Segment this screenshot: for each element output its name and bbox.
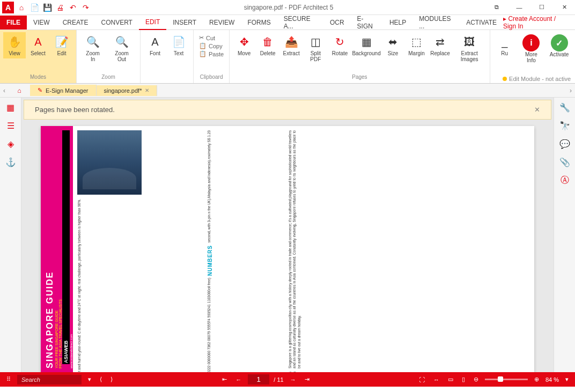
extract-button[interactable]: 📤Extract [280, 32, 303, 58]
select-button[interactable]: ASelect [27, 32, 49, 58]
app-icon[interactable]: A [2, 2, 14, 13]
notice-close-icon[interactable]: ✕ [534, 106, 540, 114]
more-info-button[interactable]: iMore Info [517, 32, 545, 65]
prev-page-icon[interactable]: ← [233, 376, 244, 383]
ru-button[interactable]: _Ru [493, 32, 516, 58]
rotate-button[interactable]: ↻Rotate [329, 32, 351, 58]
next-page-icon[interactable]: → [288, 376, 298, 383]
zoom-in-icon[interactable]: ⊕ [532, 376, 541, 383]
menu-forms[interactable]: FORMS [241, 16, 277, 29]
home-tab-icon[interactable]: ⌂ [17, 87, 21, 94]
zoom-dropdown-icon[interactable]: ▾ [563, 376, 571, 383]
search-dropdown-icon[interactable]: ▾ [86, 376, 93, 383]
undo-icon[interactable]: ↶ [68, 2, 78, 13]
menu-convert[interactable]: CONVERT [94, 16, 138, 29]
menu-create[interactable]: CREATE [56, 16, 95, 29]
delete-button[interactable]: 🗑Delete [256, 32, 279, 58]
split-button[interactable]: ◫Split PDF [304, 32, 327, 64]
text-button[interactable]: 📄Text [167, 32, 190, 58]
menu-file[interactable]: FILE [0, 16, 27, 29]
background-button[interactable]: ▦Background [352, 32, 381, 58]
single-page-icon[interactable]: ▯ [460, 376, 467, 383]
zoom-out-icon[interactable]: ⊖ [471, 376, 481, 383]
search-input[interactable] [17, 375, 82, 384]
chevron-right-icon[interactable]: › [566, 87, 575, 94]
search-next-icon[interactable]: ⟩ [108, 376, 115, 383]
menu-review[interactable]: REVIEW [203, 16, 241, 29]
anchor-icon[interactable]: ⚓ [4, 156, 17, 168]
redo-icon[interactable]: ↷ [80, 2, 91, 13]
tab-esign[interactable]: ✎E-Sign Manager [30, 85, 97, 96]
fit-page-icon[interactable]: ▭ [446, 376, 455, 383]
menu-edit[interactable]: EDIT [139, 15, 166, 30]
arrow-icon: ▸ [503, 15, 506, 23]
home-icon[interactable]: ⌂ [16, 2, 27, 13]
view-button[interactable]: ✋View [3, 32, 26, 58]
edit-icon: 📝 [54, 34, 69, 49]
menu-insert[interactable]: INSERT [166, 16, 203, 29]
menu-activate[interactable]: ACTIVATE [460, 16, 503, 29]
page-input[interactable] [248, 374, 269, 384]
notice-text: Pages have been rotated. [35, 106, 115, 114]
paste-button[interactable]: 📋Paste [199, 50, 224, 57]
group-font: AFont 📄Text [141, 30, 194, 83]
group-label: Modes [3, 73, 73, 81]
copy-button[interactable]: 📋Copy [199, 42, 224, 49]
trash-icon: 🗑 [260, 34, 275, 49]
edit-button[interactable]: 📝Edit [50, 32, 73, 58]
group-label: Clipboard [197, 73, 226, 81]
status-menu-icon[interactable]: ⠿ [4, 376, 13, 383]
extract-images-icon: 🖼 [462, 34, 477, 49]
thumbnails-icon[interactable]: ▦ [4, 101, 17, 114]
zoom-out-button[interactable]: 🔍Zoom Out [107, 32, 137, 64]
tab-close-icon[interactable]: ✕ [145, 87, 149, 93]
window-title: singapore.pdf - PDF Architect 5 [91, 4, 486, 11]
menu-view[interactable]: VIEW [27, 16, 56, 29]
check-icon: ✓ [551, 34, 568, 51]
last-page-icon[interactable]: ⇥ [303, 376, 312, 383]
copy-icon: 📋 [199, 42, 207, 49]
content-area: Pages have been rotated. ✕ SINGAPORE GUI… [21, 98, 554, 372]
page-viewport[interactable]: SINGAPORE GUIDE YOUR FREE SINGAPORE GUID… [21, 122, 554, 372]
close-icon[interactable]: ✕ [554, 0, 575, 15]
tab-file[interactable]: singapore.pdf*✕ [97, 85, 158, 96]
font-button[interactable]: AFont [144, 32, 166, 58]
statusbar: ⠿ ▾ ⟨ ⟩ ⇤ ← / 11 → ⇥ ⛶ ↔ ▭ ▯ ⊖ ⊕ 84 % ▾ [0, 372, 575, 387]
chevron-left-icon[interactable]: ‹ [0, 87, 9, 94]
fit-width-icon[interactable]: ↔ [431, 376, 441, 383]
right-sidebar: 🔧 🔭 💬 📎 Ⓐ [554, 98, 575, 372]
stamp-icon[interactable]: Ⓐ [558, 174, 571, 187]
replace-icon: ⇄ [433, 34, 448, 49]
extract-images-button[interactable]: 🖼Extract Images [453, 32, 486, 64]
new-icon[interactable]: 📄 [29, 2, 40, 13]
wrench-icon[interactable]: 🔧 [558, 101, 571, 114]
font-icon: A [148, 34, 163, 49]
zoom-in-button[interactable]: 🔍Zoom In [80, 32, 106, 64]
bookmarks-icon[interactable]: ☰ [4, 119, 17, 132]
maximize-icon[interactable]: ☐ [531, 0, 552, 15]
comment-icon[interactable]: 💬 [558, 137, 571, 150]
account-link[interactable]: ▸ Create Account / Sign In [503, 15, 575, 30]
binoculars-icon[interactable]: 🔭 [558, 119, 571, 132]
replace-button[interactable]: ⇄Replace [429, 32, 452, 58]
menu-ocr[interactable]: OCR [323, 16, 351, 29]
save-icon[interactable]: 💾 [42, 2, 53, 13]
print-icon[interactable]: 🖨 [55, 2, 65, 13]
attachment-icon[interactable]: 📎 [558, 156, 571, 168]
photo-skyline [77, 130, 142, 195]
restore-down-icon[interactable]: ⧉ [486, 0, 507, 15]
margin-button[interactable]: ⬚Margin [406, 32, 428, 58]
size-button[interactable]: ⬌Size [382, 32, 404, 58]
menu-help[interactable]: HELP [383, 16, 412, 29]
move-button[interactable]: ✥Move [233, 32, 255, 58]
cut-button[interactable]: ✂Cut [199, 34, 224, 41]
zoom-slider[interactable] [485, 379, 528, 380]
activate-button[interactable]: ✓Activate [547, 32, 572, 60]
zoom-in-icon: 🔍 [85, 34, 100, 49]
first-page-icon[interactable]: ⇤ [220, 376, 229, 383]
minimize-icon[interactable]: — [508, 0, 530, 15]
module-status: Edit Module - not active [503, 76, 571, 82]
fullscreen-icon[interactable]: ⛶ [417, 376, 427, 383]
layers-icon[interactable]: ◈ [4, 137, 17, 150]
search-prev-icon[interactable]: ⟨ [98, 376, 104, 383]
